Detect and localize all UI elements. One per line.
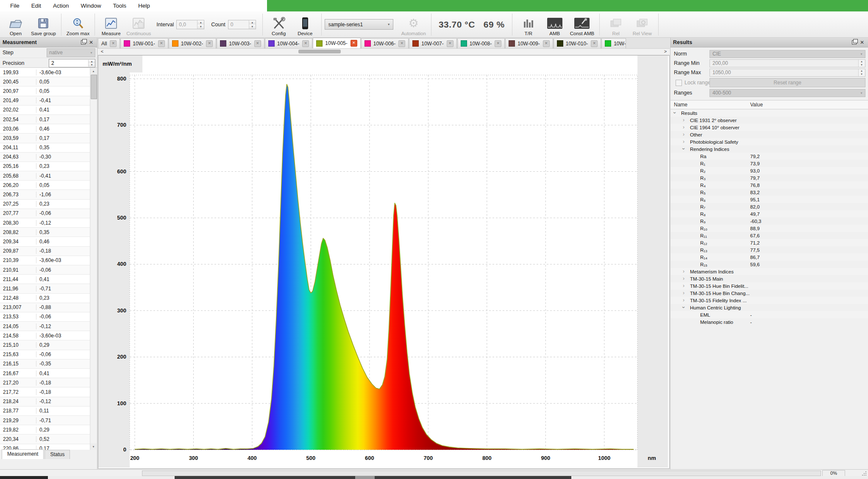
measurement-table[interactable]: 199,93-3,60e-03200,450,05200,970,05201,4… [0,67,97,450]
tree-row[interactable]: R₁₀88,9 [670,225,868,232]
table-row[interactable]: 217,72-0,18 [0,387,90,397]
tab-close-icon[interactable]: ✕ [495,40,501,47]
table-row[interactable]: 217,20-0,18 [0,378,90,387]
table-row[interactable]: 208,30-0,12 [0,218,90,228]
bottom-tab-status[interactable]: Status [45,450,70,459]
range-max-spinner[interactable]: ▲▼ [858,69,865,76]
table-row[interactable]: 220,860,17 [0,444,90,450]
tree-row[interactable]: R₇82,0 [670,203,868,210]
scrollbar-thumb[interactable] [91,75,97,99]
precision-spinner[interactable]: ▲▼ [88,60,95,67]
spin-up-icon[interactable]: ▲ [859,69,865,73]
tab-10w-007-[interactable]: 10W-007-✕ [409,38,456,48]
spectrum-chart-panel[interactable]: 0100200300400500600700800200300400500600… [98,55,670,469]
tab-10w-003-[interactable]: 10W-003-✕ [217,38,264,48]
tab-10w-002-[interactable]: 10W-002-✕ [169,38,216,48]
scroll-down-icon[interactable]: ▼ [90,443,97,450]
table-row[interactable]: 212,480,23 [0,294,90,303]
expand-icon[interactable]: › [683,117,684,123]
menu-item-window[interactable]: Window [75,0,107,11]
bottom-tab-measurement[interactable]: Measurement [2,449,44,459]
tree-row[interactable]: ›Photobiological Safety [670,138,868,145]
tab-10w-004-[interactable]: 10W-004-✕ [265,38,312,48]
tab-close-icon[interactable]: ✕ [302,40,309,47]
spin-down-icon[interactable]: ▼ [859,72,865,76]
tree-row[interactable]: ›CIE 1931 2° observer [670,117,868,124]
scroll-right-icon[interactable]: > [662,49,669,54]
tree-row[interactable]: R₁₅59,6 [670,261,868,268]
expand-icon[interactable]: › [683,268,684,274]
spin-down-icon[interactable]: ▼ [249,25,256,29]
tree-row[interactable]: ›TM-30-15 Fidelity Index ... [670,297,868,304]
menu-item-tools[interactable]: Tools [107,0,133,11]
tree-row[interactable]: ›Other [670,131,868,138]
table-row[interactable]: 210,91-0,06 [0,265,90,275]
tree-row[interactable]: R₁₂71,2 [670,239,868,246]
tree-row[interactable]: Melanopic ratio- [670,318,868,326]
range-min-spinner[interactable]: ▲▼ [858,60,865,67]
tree-row[interactable]: ›Rendering Indices [670,145,868,153]
results-tree[interactable]: ›Results›CIE 1931 2° observer›CIE 1964 1… [670,109,868,326]
table-row[interactable]: 218,24-0,12 [0,397,90,407]
spin-up-icon[interactable]: ▲ [198,20,204,25]
tree-row[interactable]: R₉-60,3 [670,217,868,225]
spin-down-icon[interactable]: ▼ [89,63,95,67]
measurement-scrollbar[interactable]: ▲ ▼ [90,68,97,450]
resize-grip-icon[interactable] [862,471,867,476]
tab-close-icon[interactable]: ✕ [398,40,405,47]
tab-close-icon[interactable]: ✕ [158,40,165,47]
tab-close-icon[interactable]: ✕ [110,40,117,47]
table-row[interactable]: 203,590,17 [0,134,90,143]
spin-up-icon[interactable]: ▲ [249,20,256,25]
tree-row[interactable]: R₁₁67,6 [670,232,868,239]
table-row[interactable]: 219,820,29 [0,425,90,434]
collapse-icon[interactable]: › [681,148,687,150]
tab-close-icon[interactable]: ✕ [447,40,453,47]
zoom-max-button[interactable]: Zoom max [64,13,92,36]
device-button[interactable]: Device [292,13,318,36]
save-group-button[interactable]: Save group [29,13,58,36]
table-row[interactable]: 204,110,35 [0,143,90,153]
expand-icon[interactable]: › [683,139,684,145]
open-button[interactable]: Open [3,13,29,36]
menu-item-file[interactable]: File [4,0,25,11]
table-row[interactable]: 202,020,41 [0,106,90,115]
collapse-icon[interactable]: › [681,306,687,308]
collapse-icon[interactable]: › [672,112,678,114]
expand-icon[interactable]: › [683,297,684,303]
tree-row[interactable]: R₁73,9 [670,160,868,167]
table-row[interactable]: 218,770,11 [0,407,90,416]
tab-close-icon[interactable]: ✕ [351,40,357,47]
expand-icon[interactable]: › [683,124,684,130]
tab-10w-008-[interactable]: 10W-008-✕ [457,38,505,48]
tree-row[interactable]: R₅83,2 [670,189,868,196]
table-row[interactable]: 202,540,17 [0,115,90,124]
menu-item-edit[interactable]: Edit [25,0,47,11]
tree-row[interactable]: Ra79,2 [670,153,868,160]
tab-close-icon[interactable]: ✕ [254,40,261,47]
tree-row[interactable]: R₈49,7 [670,210,868,217]
chart-canvas[interactable]: 0100200300400500600700800200300400500600… [98,56,669,468]
tree-row[interactable]: ›CIE 1964 10° observer [670,124,868,131]
tab-scrollbar-thumb[interactable] [298,50,341,53]
table-row[interactable]: 207,77-0,06 [0,209,90,218]
close-panel-icon[interactable]: ✕ [88,39,95,46]
table-row[interactable]: 205,68-0,41 [0,171,90,181]
tree-row[interactable]: R₆95,1 [670,196,868,203]
tree-row[interactable]: R₂93,0 [670,167,868,174]
range-min-input[interactable]: 200,00 ▲▼ [709,59,865,67]
table-row[interactable]: 216,15-0,35 [0,359,90,369]
range-max-input[interactable]: 1050,00 ▲▼ [709,69,865,77]
table-row[interactable]: 200,450,05 [0,77,90,86]
menu-item-action[interactable]: Action [47,0,75,11]
float-panel-icon[interactable] [851,39,857,46]
tr-button[interactable]: T/R [515,13,542,36]
series-combo[interactable]: sample-series1 ▼ [325,19,393,30]
menu-item-help[interactable]: Help [132,0,156,11]
tree-row[interactable]: EML- [670,311,868,318]
expand-icon[interactable]: › [683,290,684,296]
tree-row[interactable]: R₃79,7 [670,174,868,181]
table-row[interactable]: 215,63-0,06 [0,350,90,359]
table-row[interactable]: 219,29-0,71 [0,416,90,425]
tree-row[interactable]: ›Human Centric Lighting [670,304,868,311]
